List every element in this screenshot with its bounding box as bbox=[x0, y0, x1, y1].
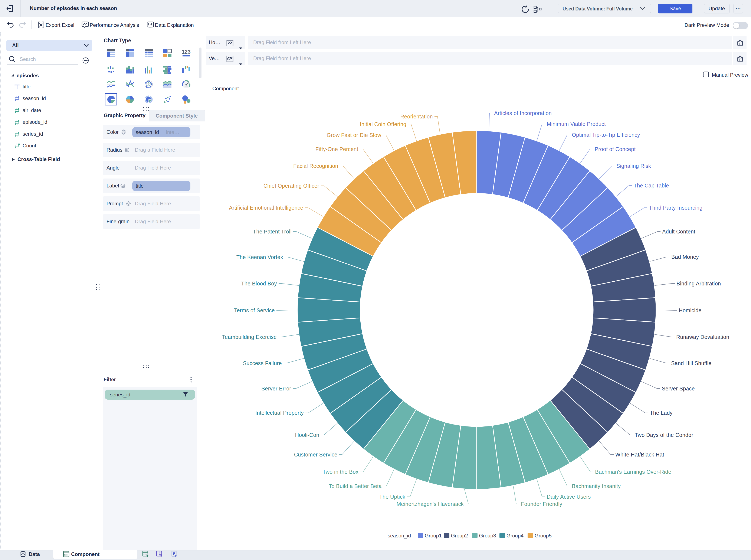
svg-text:Server Error: Server Error bbox=[261, 385, 291, 392]
svg-text:Success Failure: Success Failure bbox=[243, 360, 282, 366]
svg-text:Chief Operating Officer: Chief Operating Officer bbox=[263, 183, 319, 189]
svg-text:Two in the Box: Two in the Box bbox=[323, 469, 359, 475]
svg-text:Founder Friendly: Founder Friendly bbox=[521, 501, 562, 507]
svg-text:Adult Content: Adult Content bbox=[662, 228, 695, 235]
svg-text:The Cap Table: The Cap Table bbox=[634, 183, 669, 188]
svg-text:Facial Recognition: Facial Recognition bbox=[293, 163, 338, 169]
svg-text:Signaling Risk: Signaling Risk bbox=[616, 163, 651, 169]
svg-text:Bad Money: Bad Money bbox=[671, 254, 699, 260]
svg-text:Terms of Service: Terms of Service bbox=[234, 307, 275, 313]
svg-text:Daily Active Users: Daily Active Users bbox=[547, 494, 591, 500]
svg-text:The Blood Boy: The Blood Boy bbox=[241, 281, 277, 286]
svg-text:Homicide: Homicide bbox=[679, 307, 702, 313]
svg-text:The Uptick: The Uptick bbox=[379, 494, 406, 500]
svg-text:Artificial Emotional Intellige: Artificial Emotional Intelligence bbox=[229, 205, 303, 211]
svg-text:White Hat/Black Hat: White Hat/Black Hat bbox=[615, 452, 664, 458]
svg-text:Runaway Devaluation: Runaway Devaluation bbox=[676, 334, 729, 340]
svg-text:Meinertzhagen's Haversack: Meinertzhagen's Haversack bbox=[397, 501, 464, 507]
svg-text:Bachman's Earnings Over-Ride: Bachman's Earnings Over-Ride bbox=[595, 469, 671, 475]
svg-text:Grow Fast or Die Slow: Grow Fast or Die Slow bbox=[327, 132, 382, 138]
svg-text:Articles of Incorporation: Articles of Incorporation bbox=[494, 110, 552, 116]
svg-text:Proof of Concept: Proof of Concept bbox=[595, 146, 635, 152]
svg-text:Group2: Group2 bbox=[451, 533, 468, 539]
svg-text:Optimal Tip-to-Tip Efficiency: Optimal Tip-to-Tip Efficiency bbox=[572, 132, 640, 138]
svg-text:The Patent Troll: The Patent Troll bbox=[253, 228, 291, 235]
svg-text:Sand Hill Shuffle: Sand Hill Shuffle bbox=[671, 360, 711, 366]
svg-text:Bachmanity Insanity: Bachmanity Insanity bbox=[572, 483, 621, 489]
svg-text:Two Days of the Condor: Two Days of the Condor bbox=[635, 432, 693, 438]
svg-text:Group4: Group4 bbox=[507, 533, 524, 539]
svg-text:Server Space: Server Space bbox=[662, 385, 695, 392]
svg-text:Group3: Group3 bbox=[479, 533, 496, 539]
svg-text:Group1: Group1 bbox=[425, 533, 442, 539]
svg-text:To Build a Better Beta: To Build a Better Beta bbox=[329, 483, 382, 489]
svg-text:The Lady: The Lady bbox=[650, 410, 673, 416]
svg-text:Initial Coin Offering: Initial Coin Offering bbox=[360, 121, 406, 127]
svg-text:Minimum Viable Product: Minimum Viable Product bbox=[547, 121, 606, 127]
svg-text:The Keenan Vortex: The Keenan Vortex bbox=[237, 254, 283, 260]
svg-text:Intellectual Property: Intellectual Property bbox=[256, 410, 304, 416]
svg-text:Teambuilding Exercise: Teambuilding Exercise bbox=[222, 334, 277, 340]
svg-text:Group5: Group5 bbox=[534, 533, 552, 539]
svg-text:Customer Service: Customer Service bbox=[294, 452, 338, 458]
svg-text:Hooli-Con: Hooli-Con bbox=[295, 432, 319, 438]
svg-text:Fifty-One Percent: Fifty-One Percent bbox=[316, 146, 358, 152]
svg-text:season_id: season_id bbox=[388, 533, 411, 539]
svg-text:Reorientation: Reorientation bbox=[400, 114, 433, 120]
svg-text:Binding Arbitration: Binding Arbitration bbox=[676, 281, 721, 286]
svg-text:Third Party Insourcing: Third Party Insourcing bbox=[649, 205, 703, 211]
